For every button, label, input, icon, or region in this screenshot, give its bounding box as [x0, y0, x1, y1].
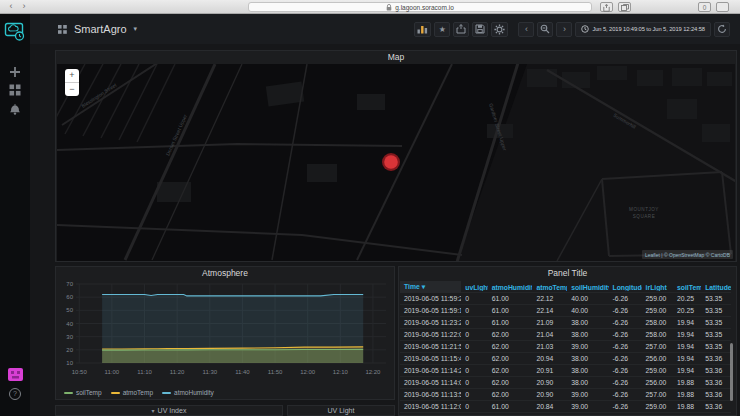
legend-item-atmoHumidity[interactable]: atmoHumidity — [162, 389, 214, 396]
column-header[interactable]: atmoHumidity — [488, 284, 533, 291]
data-table: Time ▾uvLightatmoHumidityatmoTempsoilHum… — [400, 281, 731, 413]
browser-toolbar: ‹ › g.lagoon.soracom.io 0 — [0, 0, 740, 14]
share-dashboard-button[interactable] — [453, 22, 469, 37]
table-cell: 53.35 — [701, 343, 731, 350]
save-icon — [475, 24, 485, 34]
save-dashboard-button[interactable] — [472, 22, 488, 37]
table-cell: 40.00 — [567, 295, 608, 302]
svg-text:20: 20 — [66, 347, 73, 353]
star-icon: ★ — [439, 25, 446, 34]
column-header[interactable]: Latitude — [701, 284, 731, 291]
place-label: SQUARE — [633, 214, 655, 219]
map-zoom-control: + − — [65, 69, 79, 96]
table-cell: 2019-06-05 11:59:23 — [400, 295, 461, 302]
table-cell: -6.26 — [609, 319, 642, 326]
table-cell: 61.00 — [488, 319, 533, 326]
table-panel-title[interactable]: Panel Title — [399, 267, 736, 280]
attribution-text[interactable]: Leaflet | © OpenStreetMap © CartoDB — [645, 252, 730, 258]
map-attribution: Leaflet | © OpenStreetMap © CartoDB — [642, 250, 733, 259]
uv-light-title: UV Light — [328, 407, 355, 414]
legend-color-swatch — [111, 392, 120, 394]
address-bar[interactable]: g.lagoon.soracom.io — [248, 2, 592, 12]
column-header[interactable]: soilTemp — [673, 284, 701, 291]
time-forward-button[interactable]: › — [556, 22, 572, 37]
column-header[interactable]: Longitude — [609, 284, 642, 291]
time-back-button[interactable]: ‹ — [518, 22, 534, 37]
table-cell: 38.00 — [567, 319, 608, 326]
map-canvas[interactable]: Blessington Street Dorset Street Upper G… — [57, 64, 735, 261]
table-cell: 19.94 — [673, 331, 701, 338]
column-header[interactable]: Time ▾ — [400, 281, 461, 293]
table-cell: 62.00 — [488, 379, 533, 386]
add-icon[interactable] — [9, 66, 21, 78]
table-cell: 38.00 — [567, 355, 608, 362]
table-cell: -6.26 — [609, 343, 642, 350]
dashboard-caret-icon: ▾ — [134, 25, 138, 33]
table-cell: 0 — [461, 403, 487, 410]
star-dashboard-button[interactable]: ★ — [434, 22, 450, 37]
zoom-out-button[interactable] — [537, 22, 553, 37]
column-header[interactable]: atmoTemp — [532, 284, 567, 291]
browser-back-button[interactable]: ‹ — [6, 0, 16, 13]
gear-icon — [494, 24, 505, 35]
table-cell: 53.35 — [701, 307, 731, 314]
browser-forward-button[interactable]: › — [19, 0, 29, 13]
legend-item-atmoTemp[interactable]: atmoTemp — [111, 389, 153, 396]
atmosphere-chart[interactable]: 1020304050607010:5011:0011:1011:2011:301… — [58, 281, 392, 381]
browser-share-button[interactable] — [600, 2, 613, 12]
table-cell: 0 — [461, 343, 487, 350]
dashboard-header: SmartAgro ▾ ★ — [30, 14, 740, 44]
table-cell: 53.36 — [701, 391, 731, 398]
table-cell: 39.00 — [567, 343, 608, 350]
lagoon-logo-icon[interactable] — [4, 20, 26, 42]
help-button[interactable]: ? — [9, 388, 21, 400]
user-avatar[interactable] — [8, 368, 23, 381]
column-header[interactable]: soilHumidity — [567, 284, 608, 291]
table-row: 2019-06-05 11:13:57062.0020.9039.00-6.26… — [400, 389, 731, 401]
atmosphere-panel-title[interactable]: Atmosphere — [56, 267, 394, 280]
legend-color-swatch — [162, 392, 171, 394]
table-cell: 0 — [461, 355, 487, 362]
table-row: 2019-06-05 11:23:22061.0021.0938.00-6.26… — [400, 317, 731, 329]
browser-badge[interactable]: 0 — [698, 2, 711, 12]
dashboard-title-group[interactable]: SmartAgro ▾ — [58, 23, 137, 35]
uv-index-row-header[interactable]: ▾UV Index — [55, 405, 283, 416]
map-zoom-in-button[interactable]: + — [65, 69, 79, 82]
svg-text:11:10: 11:10 — [137, 369, 152, 375]
magnifier-icon — [540, 24, 550, 34]
uv-light-panel-header[interactable]: UV Light — [287, 405, 395, 416]
place-label: MOUNTJOY — [629, 207, 659, 212]
table-header-row[interactable]: Time ▾uvLightatmoHumidityatmoTempsoilHum… — [400, 281, 731, 293]
table-cell: 21.09 — [532, 319, 567, 326]
browser-tabs-button[interactable] — [618, 2, 631, 12]
refresh-icon — [717, 24, 727, 34]
table-scrollbar[interactable] — [730, 343, 733, 401]
map-marker[interactable] — [384, 155, 398, 169]
column-header[interactable]: irLight — [642, 284, 673, 291]
table-cell: 21.04 — [532, 331, 567, 338]
time-range-picker[interactable]: Jun 5, 2019 10:49:05 to Jun 5, 2019 12:2… — [575, 22, 711, 37]
table-cell: 19.94 — [673, 355, 701, 362]
table-cell: 62.00 — [488, 391, 533, 398]
map-panel-title[interactable]: Map — [56, 51, 736, 64]
graph-panel-button[interactable] — [414, 22, 431, 37]
table-cell: 20.91 — [532, 367, 567, 374]
dashboards-icon[interactable] — [9, 84, 21, 96]
table-cell: -6.26 — [609, 307, 642, 314]
table-cell: 2019-06-05 11:13:57 — [400, 391, 461, 398]
share-arrow-icon — [456, 24, 466, 34]
table-cell: 53.36 — [701, 367, 731, 374]
lock-icon — [386, 4, 392, 11]
uv-index-label: UV Index — [158, 407, 187, 414]
table-cell: 53.36 — [701, 379, 731, 386]
legend-item-soilTemp[interactable]: soilTemp — [64, 389, 102, 396]
avatar-glyph-icon — [8, 368, 23, 381]
map-zoom-out-button[interactable]: − — [65, 83, 79, 96]
refresh-button[interactable] — [714, 22, 730, 37]
table-cell: 0 — [461, 307, 487, 314]
column-header[interactable]: uvLight — [461, 284, 487, 291]
browser-downloads-button[interactable] — [716, 2, 729, 12]
dashboard-settings-button[interactable] — [491, 22, 508, 37]
alerting-bell-icon[interactable] — [9, 102, 21, 115]
table-row: 2019-06-05 11:15:45062.0020.9438.00-6.26… — [400, 353, 731, 365]
